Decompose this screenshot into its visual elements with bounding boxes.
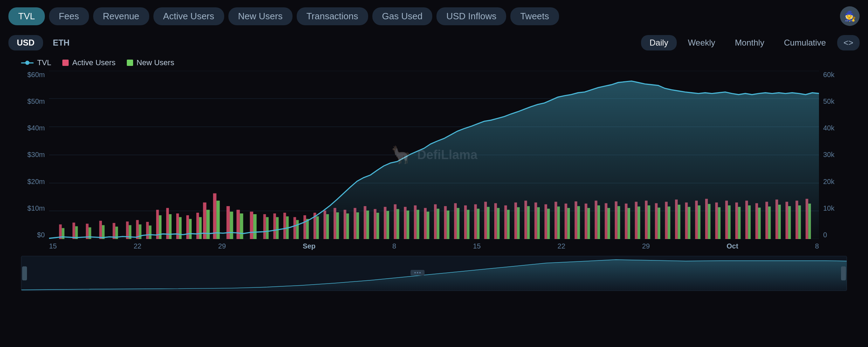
- tab-transactions[interactable]: Transactions: [297, 7, 368, 25]
- chart-inner: 🦙 DefiLlama: [49, 71, 819, 239]
- svg-rect-9: [73, 223, 75, 239]
- x-axis: 15 22 29 Sep 8 15 22 29 Oct 8: [49, 239, 819, 253]
- legend-tvl: TVL: [21, 58, 51, 67]
- timeframe-monthly[interactable]: Monthly: [726, 35, 773, 50]
- timeframe-weekly[interactable]: Weekly: [680, 35, 724, 50]
- range-slider-inner: [21, 256, 847, 291]
- timeframe-cumulative[interactable]: Cumulative: [776, 35, 834, 50]
- tab-fees[interactable]: Fees: [49, 7, 89, 25]
- svg-rect-13: [99, 221, 102, 239]
- currency-eth[interactable]: ETH: [44, 35, 78, 50]
- timeframe-daily[interactable]: Daily: [641, 35, 676, 50]
- tab-tvl[interactable]: TVL: [8, 7, 45, 25]
- nav-tabs: TVL Fees Revenue Active Users New Users …: [8, 7, 559, 25]
- tab-active-users[interactable]: Active Users: [153, 7, 224, 25]
- tab-gas-used[interactable]: Gas Used: [372, 7, 433, 25]
- y-axis-right: 60k 50k 40k 30k 20k 10k 0: [819, 71, 847, 239]
- tab-usd-inflows[interactable]: USD Inflows: [436, 7, 506, 25]
- legend: TVL Active Users New Users: [0, 55, 868, 71]
- chart-wrapper: $60m $50m $40m $30m $20m $10m $0 60k 50k…: [0, 71, 868, 253]
- tab-revenue[interactable]: Revenue: [93, 7, 149, 25]
- svg-rect-17: [213, 193, 216, 239]
- legend-new-users: New Users: [127, 58, 174, 67]
- y-axis-left: $60m $50m $40m $30m $20m $10m $0: [21, 71, 49, 239]
- chart-area: $60m $50m $40m $30m $20m $10m $0 60k 50k…: [21, 71, 847, 253]
- range-slider[interactable]: [21, 256, 847, 291]
- legend-active-users: Active Users: [62, 58, 115, 67]
- controls-bar: USD ETH Daily Weekly Monthly Cumulative …: [0, 32, 868, 55]
- tab-new-users[interactable]: New Users: [228, 7, 292, 25]
- range-handle-left[interactable]: [22, 266, 27, 280]
- range-handle-right[interactable]: [841, 266, 846, 280]
- avatar[interactable]: 🧙: [840, 6, 860, 26]
- currency-toggle: USD ETH: [8, 35, 78, 50]
- top-bar: TVL Fees Revenue Active Users New Users …: [0, 0, 868, 32]
- chart-svg: [49, 71, 819, 239]
- range-drag-area[interactable]: [411, 270, 425, 275]
- embed-button[interactable]: <>: [837, 35, 860, 50]
- time-controls: Daily Weekly Monthly Cumulative <>: [641, 35, 860, 50]
- currency-usd[interactable]: USD: [8, 35, 43, 50]
- tab-tweets[interactable]: Tweets: [510, 7, 559, 25]
